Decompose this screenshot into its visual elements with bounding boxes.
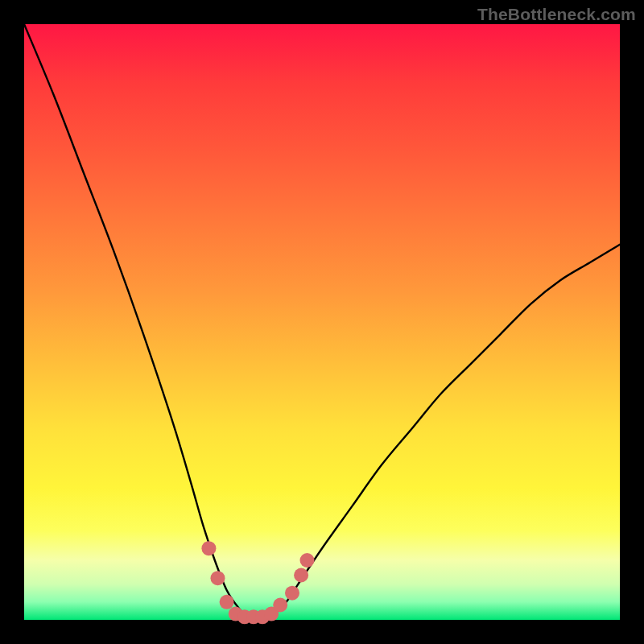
marker-point: [294, 568, 308, 583]
marker-point: [211, 571, 225, 585]
watermark-text: TheBottleneck.com: [477, 5, 636, 24]
plot-area: [24, 24, 620, 620]
marker-point: [285, 586, 299, 601]
marker-point: [220, 595, 234, 609]
marker-point: [300, 553, 315, 568]
marker-group: [201, 541, 314, 624]
bottleneck-curve: [24, 24, 620, 621]
marker-point: [273, 598, 287, 613]
marker-point: [201, 541, 216, 555]
chart-frame: TheBottleneck.com: [0, 0, 644, 644]
curve-layer: [24, 24, 620, 620]
